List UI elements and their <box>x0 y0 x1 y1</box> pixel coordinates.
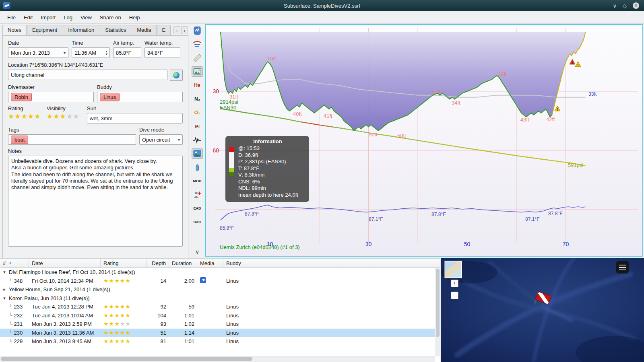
star-filled-icon: ★ <box>103 313 109 318</box>
expand-icon[interactable]: ▸ <box>2 287 6 292</box>
chevron-down-icon: ▾ <box>178 138 180 142</box>
menu-log[interactable]: Log <box>60 13 76 22</box>
menu-help[interactable]: Help <box>125 13 144 22</box>
date-combobox[interactable]: Mon Jun 3, 2013 ▾ <box>8 47 68 58</box>
menu-file[interactable]: File <box>3 13 20 22</box>
profile-info-tooltip[interactable]: Information @: 15:53D: 36.9ftP: 2,381psi… <box>225 136 309 202</box>
vertical-scrollbar[interactable] <box>435 268 440 356</box>
tree-branch-icon: └ <box>9 313 12 318</box>
dive-site-map[interactable]: + − <box>441 258 644 362</box>
dive-row[interactable]: └231Mon Jun 3, 2013 2:59 PM★★★★★931:02Li… <box>0 320 435 329</box>
location-input[interactable]: Ulong channel <box>8 70 167 80</box>
scroll-down-icon[interactable]: ∨ <box>192 247 203 257</box>
tab-e[interactable]: E <box>157 25 171 35</box>
trip-row[interactable]: ▾Divi Flamingo House Reef, Fri Oct 10, 2… <box>0 268 435 277</box>
map-menu-button[interactable] <box>616 261 629 274</box>
trip-row[interactable]: ▾Koror, Palau, Jun 2013 (11 dive(s)) <box>0 294 435 303</box>
ead-icon[interactable]: EAD <box>192 203 203 214</box>
dive-row[interactable]: └348Fri Oct 10, 2014 12:34 PM★★★★★142:00… <box>0 277 435 286</box>
minimize-button[interactable]: ∨ <box>613 3 617 9</box>
horizontal-scrollbar[interactable] <box>0 356 435 362</box>
sac-icon[interactable]: SAC <box>192 217 203 227</box>
water-temp-input[interactable]: 84.8°F <box>144 47 180 58</box>
ambient-pressure-icon[interactable]: |A| <box>192 121 203 132</box>
suit-input[interactable]: wet, 3mm <box>87 113 183 123</box>
collapse-icon[interactable]: ▾ <box>2 269 6 275</box>
trip-row[interactable]: ▸Yellow House, Sun Sep 21, 2014 (1 dive(… <box>0 285 435 294</box>
star-filled-icon: ★ <box>109 313 114 318</box>
dive-profile-chart[interactable]: 10305070306031ft15ft40ft41ft50ft50ft31ft… <box>205 24 643 257</box>
column-header-rating[interactable]: Rating <box>101 259 147 267</box>
star-filled-icon: ★ <box>103 304 109 309</box>
deco-ceiling-icon[interactable] <box>192 189 203 200</box>
tooltip-line: NDL: 99min <box>238 185 305 192</box>
buddy-field[interactable]: Linus <box>97 92 183 102</box>
globe-button[interactable] <box>170 70 183 81</box>
tab-scroll-right-button[interactable]: › <box>181 26 188 34</box>
tag-chip[interactable]: Robin <box>11 93 32 101</box>
menu-share-on[interactable]: Share on <box>96 13 125 22</box>
map-canvas <box>441 258 644 362</box>
tree-branch-icon: └ <box>9 278 12 284</box>
dive-row[interactable]: └233Tue Jun 4, 2013 12:28 PM★★★★★9259Lin… <box>0 302 435 311</box>
collapse-icon[interactable]: ▾ <box>2 296 6 301</box>
tab-notes[interactable]: Notes <box>2 25 27 35</box>
profile-toolbar: HeN₂O₂|A|MODEADSAC∨ <box>190 25 205 257</box>
helium-graph-icon[interactable]: He <box>192 80 203 90</box>
tag-chip[interactable]: boat <box>11 136 28 144</box>
close-button[interactable]: × <box>633 2 639 9</box>
menu-view[interactable]: View <box>76 13 96 22</box>
column-header-num[interactable]: #∧ <box>0 259 29 267</box>
dive-date: Tue Jun 4, 2013 12:28 PM <box>29 304 101 310</box>
heart-rate-icon[interactable] <box>192 135 203 145</box>
column-header-media[interactable]: Media <box>197 259 223 267</box>
dive-mode-combobox[interactable]: Open circuit ▾ <box>139 134 183 145</box>
zoom-out-button[interactable]: − <box>451 292 458 299</box>
tab-media[interactable]: Media <box>132 25 156 35</box>
oxygen-graph-icon[interactable]: O₂ <box>192 107 203 118</box>
tab-statistics[interactable]: Statistics <box>100 25 131 35</box>
column-header-buddy[interactable]: Buddy <box>223 259 440 267</box>
menu-edit[interactable]: Edit <box>20 13 37 22</box>
column-header-depth[interactable]: Depth <box>147 259 169 267</box>
photos-icon[interactable] <box>192 66 203 77</box>
tab-information[interactable]: Information <box>63 25 99 35</box>
visibility-stars[interactable]: ★★★★★ <box>47 113 79 120</box>
ruler-icon[interactable] <box>192 53 203 63</box>
tag-chip[interactable]: Linus <box>100 93 120 101</box>
mod-icon[interactable]: MOD <box>192 176 203 186</box>
dive-buddy: Linus <box>223 321 435 327</box>
star-filled-icon: ★ <box>114 278 120 284</box>
tab-equipment[interactable]: Equipment <box>27 25 62 35</box>
tank-bar-icon[interactable] <box>192 162 203 173</box>
svg-text:87.1°F: 87.1°F <box>525 216 539 222</box>
divemaster-field[interactable]: Robin <box>8 92 94 102</box>
column-header-duration[interactable]: Duration <box>169 259 197 267</box>
column-header-date[interactable]: Date <box>29 259 101 267</box>
air-temp-input[interactable]: 85.8°F <box>113 47 141 58</box>
ceiling-icon[interactable] <box>192 39 203 49</box>
star-filled-icon: ★ <box>103 278 109 284</box>
spinner-arrows-icon[interactable]: ▴▾ <box>105 50 107 56</box>
dive-row[interactable]: └232Tue Jun 4, 2013 10:04 AM★★★★★1041:01… <box>0 311 435 320</box>
tags-field[interactable]: boat <box>8 134 136 145</box>
menu-import[interactable]: Import <box>37 13 60 22</box>
picture-icon[interactable] <box>192 148 203 159</box>
rating-stars[interactable]: ★★★★★ <box>8 113 41 120</box>
subsurface-logo-icon <box>3 2 10 9</box>
map-inset-thumbnail[interactable] <box>444 261 462 278</box>
dive-row[interactable]: └230Mon Jun 3, 2013 11:36 AM★★★★★511:14L… <box>0 329 435 337</box>
zoom-in-button[interactable]: + <box>451 280 458 287</box>
dive-buddy: Linus <box>223 330 435 336</box>
notes-textarea[interactable]: Unbelievable dive. Dozens and dozens of … <box>8 156 183 247</box>
tooltip-line: D: 36.9ft <box>238 152 305 159</box>
star-filled-icon: ★ <box>28 113 34 120</box>
time-spinbox[interactable]: 11:36 AM ▴▾ <box>72 47 110 58</box>
maximize-button[interactable]: ◇ <box>623 3 627 9</box>
dive-row[interactable]: └229Mon Jun 3, 2013 9:45 AM★★★★★811:01Li… <box>0 337 435 346</box>
media-icon[interactable] <box>200 277 206 283</box>
dive-computer-icon[interactable] <box>192 25 203 36</box>
star-filled-icon: ★ <box>120 338 125 344</box>
nitrogen-graph-icon[interactable]: N₂ <box>192 94 203 104</box>
tab-scroll-left-button[interactable]: ‹ <box>173 26 180 34</box>
